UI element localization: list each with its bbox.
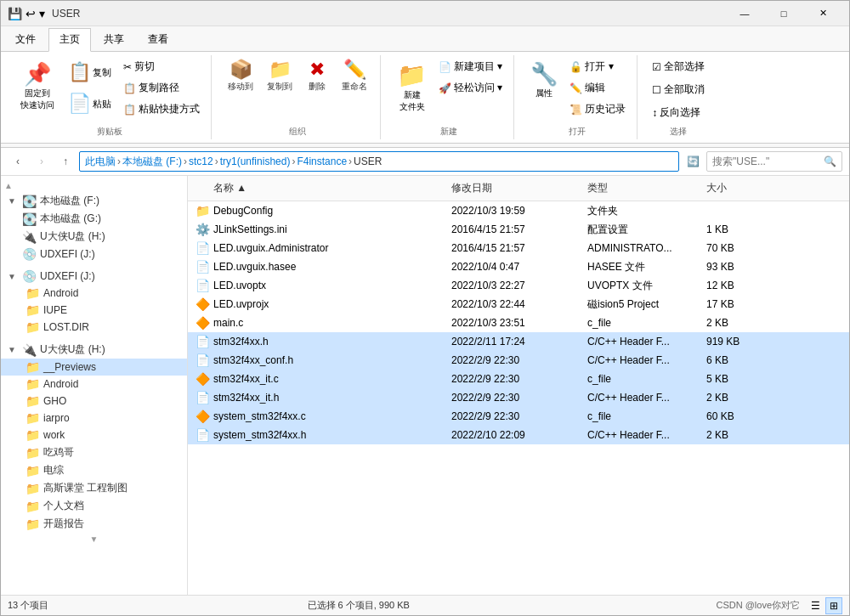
sidebar-item-drive-h[interactable]: 🔌 U大侠U盘 (H:) <box>1 228 187 246</box>
search-icon[interactable]: 🔍 <box>824 155 836 167</box>
table-row[interactable]: 📄 LED.uvoptx 2022/10/3 22:27 UVOPTX 文件 1… <box>188 276 849 295</box>
back-button[interactable]: ‹ <box>8 151 28 172</box>
file-type: 配置设置 <box>587 223 706 237</box>
sidebar-item-electric[interactable]: 📁 电综 <box>1 461 187 479</box>
refresh-button[interactable]: 🔄 <box>683 151 703 172</box>
folder-icon[interactable]: ↩ <box>26 7 36 20</box>
undo-icon[interactable]: ▾ <box>39 7 45 20</box>
sidebar-item-personal[interactable]: 📁 个人文档 <box>1 497 187 515</box>
pin-button[interactable]: 📌 固定到快速访问 <box>14 57 60 116</box>
table-row[interactable]: 🔶 system_stm32f4xx.c 2022/2/9 22:30 c_fi… <box>188 407 849 426</box>
view-details-button[interactable]: ☰ <box>807 597 824 614</box>
sidebar-item-lostdir[interactable]: 📁 LOST.DIR <box>1 319 187 336</box>
table-row[interactable]: 📄 system_stm32f4xx.h 2022/2/10 22:09 C/C… <box>188 426 849 444</box>
iupe-icon: 📁 <box>25 303 40 317</box>
tab-home[interactable]: 主页 <box>48 28 91 52</box>
file-size: 2 KB <box>706 392 774 404</box>
move-to-button[interactable]: 📦 移动到 <box>222 57 259 96</box>
tab-file[interactable]: 文件 <box>4 28 47 51</box>
save-icon[interactable]: 💾 <box>8 7 22 20</box>
file-icon: 🔶 <box>195 371 210 387</box>
table-row[interactable]: 🔶 LED.uvprojx 2022/10/3 22:44 磁ision5 Pr… <box>188 295 849 314</box>
paste-button[interactable]: 📄 粘贴 <box>62 88 117 119</box>
sidebar-item-gho[interactable]: 📁 GHO <box>1 393 187 410</box>
organize-label: 组织 <box>289 124 306 138</box>
file-size: 5 KB <box>706 373 774 385</box>
table-row[interactable]: ⚙️ JLinkSettings.ini 2016/4/15 21:57 配置设… <box>188 220 849 239</box>
new-folder-button[interactable]: 📁 新建文件夹 <box>391 57 433 117</box>
table-row[interactable]: 📄 LED.uvguix.hasee 2022/10/4 0:47 HASEE … <box>188 257 849 276</box>
table-row[interactable]: 🔶 stm32f4xx_it.c 2022/2/9 22:30 c_file 5… <box>188 370 849 388</box>
cut-button[interactable]: ✂ 剪切 <box>119 57 204 76</box>
table-row[interactable]: 🔶 main.c 2022/10/3 23:51 c_file 2 KB <box>188 314 849 332</box>
sidebar-item-work[interactable]: 📁 work <box>1 427 187 444</box>
table-row[interactable]: 📄 stm32f4xx.h 2022/2/11 17:24 C/C++ Head… <box>188 332 849 351</box>
paste-shortcut-button[interactable]: 📋 粘贴快捷方式 <box>119 99 204 119</box>
table-row[interactable]: 📄 stm32f4xx_conf.h 2022/2/9 22:30 C/C++ … <box>188 351 849 370</box>
path-drive-f[interactable]: 本地磁盘 (F:) <box>122 155 182 169</box>
file-size: 2 KB <box>706 429 774 441</box>
edit-button[interactable]: ✏️ 编辑 <box>565 78 630 98</box>
copy-path-button[interactable]: 📋 复制路径 <box>119 78 204 98</box>
table-row[interactable]: 📁 DebugConfig 2022/10/3 19:59 文件夹 <box>188 201 849 220</box>
file-name: DebugConfig <box>213 205 451 217</box>
table-row[interactable]: 📄 LED.uvguix.Administrator 2016/4/15 21:… <box>188 239 849 257</box>
search-input[interactable] <box>712 155 820 167</box>
sidebar-item-previews[interactable]: 📁 __Previews <box>1 359 187 376</box>
search-box[interactable]: 🔍 <box>706 151 842 172</box>
file-name: stm32f4xx_it.c <box>213 373 451 385</box>
col-header-name[interactable]: 名称 ▲ <box>210 179 448 197</box>
sidebar-section-drive-h[interactable]: ▼ 🔌 U大侠U盘 (H:) <box>1 341 187 359</box>
sidebar-item-chicken[interactable]: 📁 吃鸡哥 <box>1 444 187 461</box>
sidebar-item-iupe[interactable]: 📁 IUPE <box>1 302 187 319</box>
path-stc12[interactable]: stc12 <box>189 155 213 167</box>
delete-button[interactable]: ✖ 删除 <box>300 57 334 96</box>
sidebar-item-android-j[interactable]: 📁 Android <box>1 285 187 302</box>
file-date: 2022/2/9 22:30 <box>451 354 587 366</box>
minimize-button[interactable]: — <box>725 1 764 26</box>
close-button[interactable]: ✕ <box>803 1 842 26</box>
col-header-type[interactable]: 类型 <box>584 179 703 197</box>
rename-button[interactable]: ✏️ 重命名 <box>336 57 373 96</box>
path-try1[interactable]: try1(unfinished) <box>220 155 291 167</box>
udxefi-icon: 💿 <box>21 269 37 283</box>
sidebar-section-udxefi[interactable]: ▼ 💿 UDXEFI (J:) <box>1 268 187 285</box>
deselect-all-icon: ☐ <box>652 84 661 96</box>
sidebar-item-android-h[interactable]: 📁 Android <box>1 376 187 393</box>
up-button[interactable]: ↑ <box>55 151 76 172</box>
sidebar-item-drive-f[interactable]: ▼ 💽 本地磁盘 (F:) <box>1 192 187 210</box>
maximize-button[interactable]: □ <box>764 1 803 26</box>
copy-button[interactable]: 📋 复制 <box>62 57 117 88</box>
rename-icon: ✏️ <box>343 60 366 79</box>
file-type: C/C++ Header F... <box>587 336 706 348</box>
copy-to-button[interactable]: 📁 复制到 <box>261 57 298 96</box>
col-header-size[interactable]: 大小 <box>703 179 771 197</box>
deselect-all-button[interactable]: ☐ 全部取消 <box>648 80 709 99</box>
chicken-icon: 📁 <box>25 446 40 460</box>
sidebar-item-drive-g[interactable]: 💽 本地磁盘 (G:) <box>1 210 187 228</box>
path-f4instance[interactable]: F4instance <box>297 155 347 167</box>
easy-access-button[interactable]: 🚀 轻松访问 ▾ <box>434 78 507 98</box>
invert-selection-button[interactable]: ↕ 反向选择 <box>648 103 709 122</box>
sidebar-item-drive-j[interactable]: 💿 UDXEFI (J:) <box>1 246 187 263</box>
tab-view[interactable]: 查看 <box>137 28 179 51</box>
new-item-icon: 📄 <box>439 61 451 73</box>
col-header-date[interactable]: 修改日期 <box>448 179 584 197</box>
new-item-button[interactable]: 📄 新建项目 ▾ <box>434 57 507 76</box>
sidebar-item-gauss[interactable]: 📁 高斯课堂 工程制图 <box>1 479 187 497</box>
address-path[interactable]: 此电脑 › 本地磁盘 (F:) › stc12 › try1(unfinishe… <box>79 151 679 172</box>
select-all-button[interactable]: ☑ 全部选择 <box>648 57 709 76</box>
open-button[interactable]: 🔓 打开 ▾ <box>565 57 630 76</box>
path-user[interactable]: USER <box>354 155 382 167</box>
sidebar-item-proposal[interactable]: 📁 开题报告 <box>1 515 187 533</box>
path-computer[interactable]: 此电脑 <box>85 155 116 169</box>
history-button[interactable]: 📜 历史记录 <box>565 99 630 119</box>
sidebar-item-iarpro[interactable]: 📁 iarpro <box>1 410 187 427</box>
forward-button[interactable]: › <box>31 151 52 172</box>
new-folder-icon: 📁 <box>397 61 427 89</box>
file-type: ADMINISTRATO... <box>587 242 706 254</box>
tab-share[interactable]: 共享 <box>93 28 135 51</box>
table-row[interactable]: 📄 stm32f4xx_it.h 2022/2/9 22:30 C/C++ He… <box>188 388 849 407</box>
properties-button[interactable]: 🔧 属性 <box>524 57 564 104</box>
view-list-button[interactable]: ⊞ <box>825 597 842 614</box>
